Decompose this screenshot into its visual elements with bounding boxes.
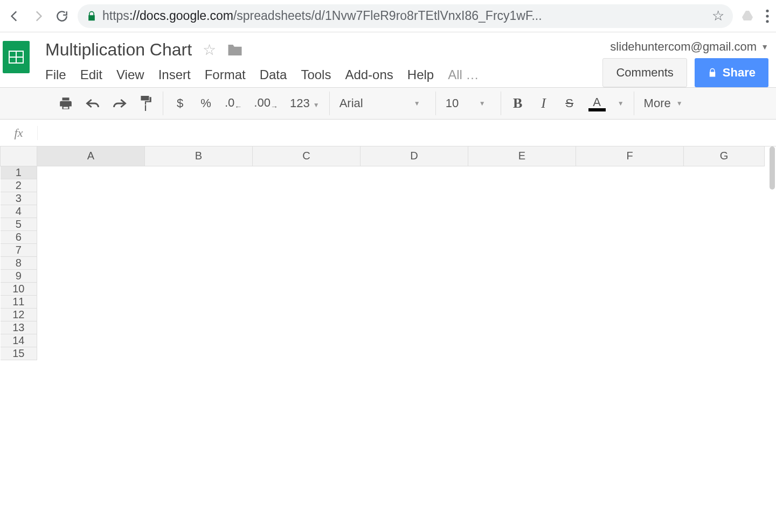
- cell-B11[interactable]: [145, 295, 253, 308]
- cell-D6[interactable]: [361, 230, 468, 243]
- menu-file[interactable]: File: [45, 67, 66, 82]
- row-header-14[interactable]: 14: [1, 334, 37, 347]
- font-size-select[interactable]: 10 ▼: [446, 96, 491, 110]
- cell-G9[interactable]: [684, 269, 765, 282]
- cell-E12[interactable]: [468, 308, 576, 321]
- cell-D5[interactable]: [361, 218, 468, 230]
- cell-A3[interactable]: [37, 192, 145, 205]
- row-header-5[interactable]: 5: [1, 218, 37, 230]
- cell-D4[interactable]: [361, 205, 468, 218]
- column-header-F[interactable]: F: [576, 146, 684, 166]
- cell-F15[interactable]: [576, 347, 684, 360]
- select-all-corner[interactable]: [1, 146, 37, 166]
- cell-C9[interactable]: [253, 269, 361, 282]
- cell-F11[interactable]: [576, 295, 684, 308]
- cell-E15[interactable]: [468, 347, 576, 360]
- cell-A12[interactable]: [37, 308, 145, 321]
- cell-E4[interactable]: [468, 205, 576, 218]
- cell-B3[interactable]: [145, 192, 253, 205]
- cell-A7[interactable]: [37, 243, 145, 256]
- cell-D7[interactable]: [361, 243, 468, 256]
- menu-overflow[interactable]: All …: [448, 67, 479, 82]
- cell-B4[interactable]: [145, 205, 253, 218]
- cell-G1[interactable]: [684, 166, 765, 179]
- cell-E1[interactable]: [468, 166, 576, 179]
- cell-E9[interactable]: [468, 269, 576, 282]
- cell-C15[interactable]: [253, 347, 361, 360]
- row-header-11[interactable]: 11: [1, 295, 37, 308]
- cell-B13[interactable]: [145, 321, 253, 334]
- cell-D2[interactable]: [361, 179, 468, 192]
- cell-C11[interactable]: [253, 295, 361, 308]
- cell-C10[interactable]: [253, 282, 361, 295]
- cell-D14[interactable]: [361, 334, 468, 347]
- cell-C2[interactable]: [253, 179, 361, 192]
- cell-E6[interactable]: [468, 230, 576, 243]
- cell-A14[interactable]: [37, 334, 145, 347]
- font-family-select[interactable]: Arial ▼: [340, 96, 426, 110]
- cell-G6[interactable]: [684, 230, 765, 243]
- cell-F8[interactable]: [576, 256, 684, 269]
- comments-button[interactable]: Comments: [602, 58, 687, 87]
- cell-A11[interactable]: [37, 295, 145, 308]
- number-format-button[interactable]: 123 ▼: [290, 96, 320, 110]
- cell-B15[interactable]: [145, 347, 253, 360]
- menu-data[interactable]: Data: [260, 67, 287, 82]
- cell-G12[interactable]: [684, 308, 765, 321]
- menu-addons[interactable]: Add-ons: [345, 67, 393, 82]
- cell-B8[interactable]: [145, 256, 253, 269]
- cell-G14[interactable]: [684, 334, 765, 347]
- cell-C4[interactable]: [253, 205, 361, 218]
- row-header-15[interactable]: 15: [1, 347, 37, 360]
- column-header-D[interactable]: D: [361, 146, 468, 166]
- increase-decimal-button[interactable]: .00→: [254, 96, 278, 111]
- cell-C8[interactable]: [253, 256, 361, 269]
- cell-A9[interactable]: [37, 269, 145, 282]
- cell-G11[interactable]: [684, 295, 765, 308]
- italic-button[interactable]: I: [537, 95, 551, 111]
- row-header-10[interactable]: 10: [1, 282, 37, 295]
- cell-G4[interactable]: [684, 205, 765, 218]
- cell-C14[interactable]: [253, 334, 361, 347]
- text-color-button[interactable]: A: [588, 95, 606, 111]
- cell-A6[interactable]: [37, 230, 145, 243]
- cell-D10[interactable]: [361, 282, 468, 295]
- cell-F12[interactable]: [576, 308, 684, 321]
- row-header-7[interactable]: 7: [1, 243, 37, 256]
- cell-D9[interactable]: [361, 269, 468, 282]
- cell-B1[interactable]: [145, 166, 253, 179]
- cell-D15[interactable]: [361, 347, 468, 360]
- cell-E13[interactable]: [468, 321, 576, 334]
- cell-E7[interactable]: [468, 243, 576, 256]
- cell-G7[interactable]: [684, 243, 765, 256]
- chevron-down-icon[interactable]: ▼: [618, 100, 624, 107]
- cell-B5[interactable]: [145, 218, 253, 230]
- cell-E5[interactable]: [468, 218, 576, 230]
- cell-F2[interactable]: [576, 179, 684, 192]
- address-bar[interactable]: https://docs.google.com/spreadsheets/d/1…: [78, 4, 733, 28]
- share-button[interactable]: Share: [695, 58, 768, 87]
- currency-button[interactable]: $: [173, 96, 187, 110]
- column-header-B[interactable]: B: [145, 146, 253, 166]
- column-header-C[interactable]: C: [253, 146, 361, 166]
- cell-C1[interactable]: [253, 166, 361, 179]
- cell-B7[interactable]: [145, 243, 253, 256]
- column-header-G[interactable]: G: [684, 146, 765, 166]
- cell-E2[interactable]: [468, 179, 576, 192]
- cell-G15[interactable]: [684, 347, 765, 360]
- cell-D3[interactable]: [361, 192, 468, 205]
- row-header-13[interactable]: 13: [1, 321, 37, 334]
- cell-C5[interactable]: [253, 218, 361, 230]
- undo-icon[interactable]: [85, 97, 100, 109]
- chrome-menu-icon[interactable]: [765, 9, 770, 23]
- menu-format[interactable]: Format: [205, 67, 246, 82]
- cell-F5[interactable]: [576, 218, 684, 230]
- sheets-logo[interactable]: [0, 36, 32, 79]
- cell-F13[interactable]: [576, 321, 684, 334]
- cell-A15[interactable]: [37, 347, 145, 360]
- cell-F3[interactable]: [576, 192, 684, 205]
- cell-B2[interactable]: [145, 179, 253, 192]
- cell-F4[interactable]: [576, 205, 684, 218]
- cell-D13[interactable]: [361, 321, 468, 334]
- cell-G10[interactable]: [684, 282, 765, 295]
